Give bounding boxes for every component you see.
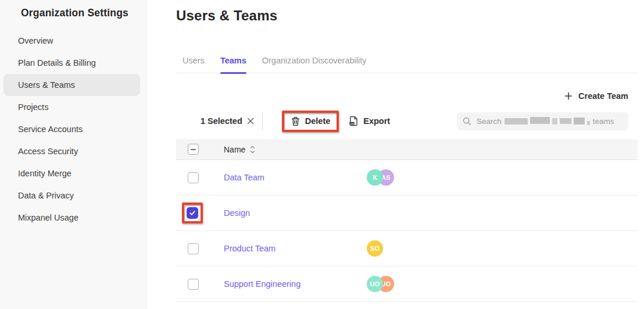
name-column-header: Name	[224, 145, 245, 154]
page-title: Users & Teams	[176, 8, 644, 24]
table-row-data-team: Data Team K AS	[176, 160, 638, 196]
row-checkbox[interactable]	[188, 243, 199, 254]
actions-row: Create Team	[176, 91, 638, 101]
row-checkbox[interactable]	[188, 279, 199, 290]
sidebar-item-data-privacy[interactable]: Data & Privacy	[0, 184, 146, 207]
close-icon	[247, 118, 254, 125]
table-row-product-team: Product Team SO	[176, 231, 638, 267]
plus-icon	[564, 92, 573, 100]
row-checkbox-checked[interactable]	[187, 207, 198, 219]
toolbar-divider	[262, 112, 263, 130]
create-team-button[interactable]: Create Team	[564, 91, 628, 101]
sidebar-item-plan-details-billing[interactable]: Plan Details & Billing	[0, 52, 146, 74]
member-avatars: UO UO	[367, 276, 394, 292]
sidebar-item-users-teams[interactable]: Users & Teams	[3, 74, 140, 96]
clear-selection-button[interactable]	[247, 118, 254, 125]
export-label: Export	[363, 116, 390, 126]
csv-file-icon: csv	[349, 116, 358, 126]
team-name-link[interactable]: Support Engineering	[224, 279, 367, 289]
search-placeholder-prefix: Search	[477, 117, 502, 126]
table-header-row: Name	[176, 139, 638, 160]
delete-label: Delete	[305, 116, 331, 126]
sort-icon[interactable]	[250, 145, 255, 154]
trash-icon	[291, 116, 300, 126]
delete-button[interactable]: Delete	[284, 113, 337, 130]
create-team-label: Create Team	[578, 91, 628, 101]
check-icon	[189, 209, 196, 216]
selection-toolbar: 1 Selected Delete	[176, 108, 638, 134]
team-name-link[interactable]: Product Team	[224, 244, 367, 253]
sidebar-title: Organization Settings	[0, 7, 146, 19]
member-avatars: K AS	[367, 169, 394, 186]
row-checkbox[interactable]	[188, 172, 199, 183]
tab-teams[interactable]: Teams	[220, 56, 246, 73]
member-avatars: SO	[367, 240, 383, 257]
export-button[interactable]: csv Export	[349, 116, 390, 126]
search-icon	[463, 117, 471, 126]
sidebar-item-projects[interactable]: Projects	[0, 96, 146, 118]
table-row-design: Design	[176, 196, 638, 231]
avatar: K	[367, 169, 383, 186]
avatar: UO	[367, 276, 383, 292]
main-content: Users & Teams Users Teams Organization D…	[146, 0, 644, 309]
team-name-link[interactable]: Design	[224, 208, 367, 218]
annotation-highlight-delete: Delete	[282, 111, 339, 132]
org-settings-sidebar: Organization Settings Overview Plan Deta…	[0, 0, 146, 309]
sidebar-nav: Overview Plan Details & Billing Users & …	[0, 30, 146, 229]
sidebar-item-service-accounts[interactable]: Service Accounts	[0, 118, 146, 140]
search-placeholder-suffix: teams	[593, 117, 614, 126]
team-name-link[interactable]: Data Team	[224, 173, 367, 182]
sidebar-item-access-security[interactable]: Access Security	[0, 140, 146, 162]
tab-organization-discoverability[interactable]: Organization Discoverability	[262, 56, 367, 73]
svg-text:csv: csv	[350, 122, 355, 125]
annotation-highlight-checkbox	[182, 203, 203, 223]
indeterminate-minus-icon	[191, 149, 196, 150]
tab-bar: Users Teams Organization Discoverability	[176, 56, 638, 73]
avatar: SO	[367, 240, 383, 257]
search-input[interactable]: Search teams	[457, 112, 628, 130]
sidebar-item-identity-merge[interactable]: Identity Merge	[0, 162, 146, 184]
sidebar-item-overview[interactable]: Overview	[0, 30, 146, 52]
tab-users[interactable]: Users	[183, 56, 205, 73]
redacted-placeholder-text	[505, 118, 590, 125]
sidebar-item-mixpanel-usage[interactable]: Mixpanel Usage	[0, 207, 146, 229]
selected-count-label: 1 Selected	[201, 116, 242, 126]
select-all-checkbox[interactable]	[188, 144, 199, 155]
table-row-support-engineering: Support Engineering UO UO	[176, 267, 638, 302]
teams-table: Name Data Team K AS	[176, 139, 638, 302]
